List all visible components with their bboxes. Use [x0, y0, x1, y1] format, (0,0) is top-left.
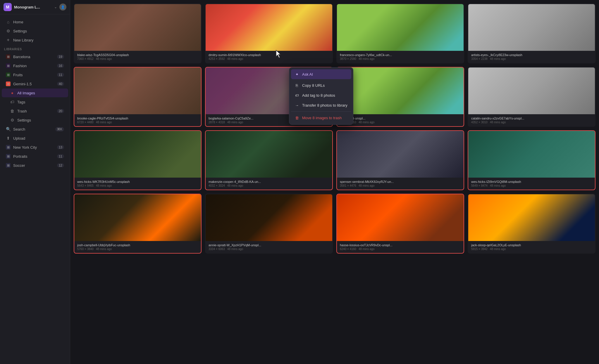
grid-icon: ⊞ — [6, 63, 11, 68]
sidebar-item-count: 16 — [57, 64, 64, 68]
avatar[interactable]: 👤 — [59, 4, 66, 11]
photo-dims: 3581 × 4476 — [340, 184, 356, 187]
ask-ai-label: Ask AI — [302, 72, 313, 77]
gear-icon: ⚙ — [10, 118, 15, 122]
photo-card[interactable]: wes-hicks-WK7R3HUvM5c-unsplash 5643 × 84… — [74, 130, 202, 190]
photo-card[interactable]: hasse-lossius-ooTJcVR9vDc-unspl... 6240 … — [336, 194, 464, 254]
move-trash-menu-item[interactable]: 🗑 Move 8 images to trash — [291, 113, 351, 123]
sidebar-item-search[interactable]: 🔍 Search ⌘K — [2, 125, 68, 134]
sidebar-item-gemini[interactable]: ⊞ Gemini-1.5 40 — [2, 79, 68, 88]
photo-name: francesco-ungaro-7yI6w_udtCk-un... — [340, 53, 461, 57]
photo-time: 48 mins ago — [490, 57, 506, 60]
sidebar-item-label: Soccer — [13, 163, 54, 168]
photo-dims: 6240 × 4160 — [340, 247, 356, 251]
photo-time: 48 mins ago — [359, 57, 374, 60]
sidebar-item-new-york[interactable]: ⊞ New York City 13 — [2, 143, 68, 152]
sidebar-item-tags[interactable]: 🏷 Tags — [2, 98, 68, 106]
grid-icon: ⊞ — [6, 163, 11, 168]
circle-icon: ● — [10, 91, 15, 95]
sidebar-item-settings-global[interactable]: ⚙ Settings — [2, 27, 68, 35]
photo-dims: 4352 × 3010 — [471, 121, 488, 124]
photo-time: 48 mins ago — [227, 184, 243, 187]
photo-grid: blake-wisz-TcgASSD5G04-unsplash 7360 × 4… — [70, 0, 599, 257]
photo-card[interactable]: spenser-sembrat-MbXK8JoyRJY-un... 3581 ×… — [336, 130, 464, 190]
copy-icon: ⎘ — [295, 83, 299, 88]
photo-name: catalin-sandru-x2zvGE7abYs-unspl... — [471, 117, 592, 120]
search-icon: 🔍 — [6, 127, 11, 131]
photo-dims: 2878 × 4318 — [209, 121, 225, 124]
sidebar-item-count: 11 — [57, 154, 64, 158]
context-menu: ✦ Ask AI ⎘ Copy 8 URLs 🏷 Add tag to 8 ph… — [289, 67, 353, 125]
photo-card[interactable]: annie-spratt-W_XpzH1PVqM-unspl... 3334 ×… — [205, 194, 333, 254]
photo-dims: 3870 × 2580 — [340, 57, 356, 60]
photo-time: 48 mins ago — [490, 184, 506, 187]
sidebar-item-count: 20 — [57, 109, 64, 113]
photo-card[interactable]: blake-wisz-TcgASSD5G04-unsplash 7360 × 4… — [74, 4, 202, 63]
photo-time: 48 mins ago — [490, 247, 506, 251]
photo-time: 48 mins ago — [96, 121, 112, 124]
photo-name: jack-sloop-qeIGaL2OLyE-unsplash — [471, 243, 592, 247]
ask-ai-menu-item[interactable]: ✦ Ask AI — [291, 69, 351, 79]
photo-card[interactable]: jack-sloop-qeIGaL2OLyE-unsplash 5915 × 3… — [468, 194, 595, 254]
main-content: blake-wisz-TcgASSD5G04-unsplash 7360 × 4… — [70, 0, 599, 364]
photo-name: dmitry-sumin-6t91NtWXIco-unsplash — [209, 53, 329, 57]
photo-name: blake-wisz-TcgASSD5G04-unsplash — [77, 53, 198, 57]
sidebar-item-count: 13 — [57, 145, 64, 149]
photo-time: 48 mins ago — [359, 247, 374, 251]
photo-card[interactable]: 8LolEyO4-unspl... 4352 × 3010 48 mins ag… — [336, 67, 464, 127]
sidebar-item-fashion[interactable]: ⊞ Fashion 16 — [2, 61, 68, 70]
sidebar-item-home[interactable]: ⌂ Home — [2, 18, 68, 26]
photo-time: 48 mins ago — [96, 184, 112, 187]
photo-name: wes-hicks-IZt9mVGQt8M-unsplash — [471, 180, 592, 183]
photo-card[interactable]: dmitry-sumin-6t91NtWXIco-unsplash 4253 ×… — [205, 4, 333, 63]
chevron-down-icon[interactable]: ⌄ — [54, 5, 57, 9]
photo-dims: 3334 × 6063 — [209, 247, 225, 251]
sidebar-item-trash[interactable]: 🗑 Trash 20 — [2, 107, 68, 115]
sidebar-item-count: 40 — [57, 82, 64, 86]
home-icon: ⌂ — [6, 20, 11, 24]
context-menu-separator — [291, 111, 351, 112]
photo-card[interactable]: brooke-cagle-PRziTvf15i4-unsplash 6720 ×… — [74, 67, 202, 127]
photo-name: spenser-sembrat-MbXK8JoyRJY-un... — [340, 180, 461, 183]
sidebar-item-upload[interactable]: ⬆ Upload — [2, 134, 68, 143]
photo-card[interactable]: josh-campbell-UbbjVyibFuc-unsplash 5760 … — [74, 194, 202, 254]
sidebar-item-label: Fruits — [13, 73, 54, 77]
photo-name: annie-spratt-W_XpzH1PVqM-unspl... — [209, 243, 329, 247]
arrow-right-icon: → — [295, 103, 299, 108]
sidebar-item-barcelona[interactable]: ⊞ Barcelona 19 — [2, 52, 68, 61]
sidebar-item-count: 11 — [57, 73, 64, 77]
sidebar-item-all-images[interactable]: ● All Images — [2, 89, 68, 97]
sidebar-item-label: Settings — [17, 118, 64, 122]
sidebar-item-label: Tags — [17, 100, 64, 104]
photo-card[interactable]: artists-eyes-_IkCcy8E23w-unsplash 3354 ×… — [468, 4, 595, 63]
plus-icon: + — [6, 38, 11, 42]
sidebar-item-label: Barcelona — [13, 55, 54, 59]
sidebar-item-portraits[interactable]: ⊞ Portraits 11 — [2, 152, 68, 161]
sidebar-item-label: All Images — [17, 91, 64, 95]
sidebar-item-soccer[interactable]: ⊞ Soccer 12 — [2, 161, 68, 170]
sidebar-item-fruits[interactable]: ⊞ Fruits 11 — [2, 70, 68, 79]
photo-name: brooke-cagle-PRziTvf15i4-unsplash — [77, 117, 198, 120]
photo-card[interactable]: wes-hicks-IZt9mVGQt8M-unsplash 5649 × 84… — [468, 130, 595, 190]
copy-urls-label: Copy 8 URLs — [302, 83, 325, 88]
upload-icon: ⬆ — [6, 136, 11, 141]
photo-card[interactable]: francesco-ungaro-7yI6w_udtCk-un... 3870 … — [336, 4, 464, 63]
photo-card[interactable]: catalin-sandru-x2zvGE7abYs-unspl... 4352… — [468, 67, 595, 127]
sidebar-item-count: 12 — [57, 163, 64, 167]
sidebar-item-label: Settings — [13, 29, 64, 33]
grid-icon: ⊞ — [6, 72, 11, 77]
sidebar-header: M Monogram L... ⌄ 👤 — [0, 0, 70, 14]
sparkle-icon: ✦ — [295, 72, 299, 77]
sidebar-item-lib-settings[interactable]: ⚙ Settings — [2, 116, 68, 124]
transfer-menu-item[interactable]: → Transfer 8 photos to library — [291, 100, 351, 110]
photo-card[interactable]: makenzie-cooper-4_IRtDdB-KA-un... 4032 ×… — [205, 130, 333, 190]
new-library-button[interactable]: + New Library — [2, 36, 68, 44]
add-tag-menu-item[interactable]: 🏷 Add tag to 8 photos — [291, 90, 351, 100]
tag-icon: 🏷 — [295, 93, 299, 98]
copy-urls-menu-item[interactable]: ⎘ Copy 8 URLs — [291, 80, 351, 90]
photo-dims: 5643 × 8465 — [77, 184, 94, 187]
photo-name: wes-hicks-WK7R3HUvM5c-unsplash — [77, 180, 198, 183]
transfer-label: Transfer 8 photos to library — [302, 103, 347, 108]
sidebar-item-label: Search — [13, 127, 53, 131]
photo-dims: 4032 × 3024 — [209, 184, 225, 187]
